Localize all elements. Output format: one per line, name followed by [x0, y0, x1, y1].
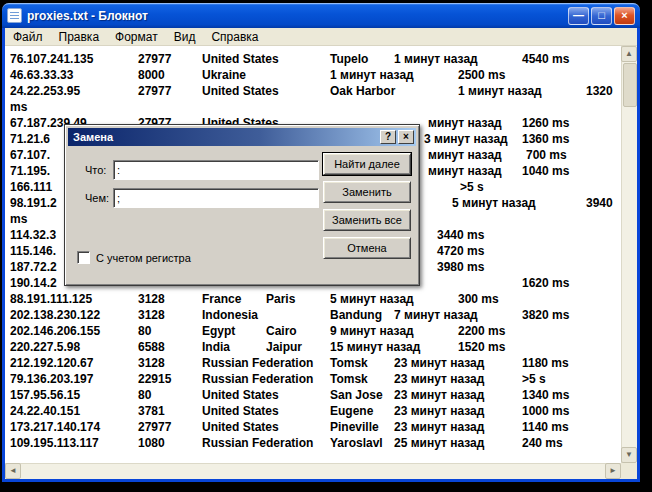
menu-view[interactable]: Вид — [166, 28, 204, 46]
text-segment: 1260 ms — [522, 116, 569, 130]
text-segment: 15 минут назад — [330, 340, 420, 354]
menu-file[interactable]: Файл — [5, 28, 51, 46]
text-segment: Russian Federation — [202, 356, 313, 370]
text-segment: Tomsk — [330, 372, 368, 386]
minimize-button[interactable]: — — [568, 7, 589, 25]
text-segment: 4720 ms — [437, 244, 484, 258]
text-segment: 240 ms — [522, 436, 563, 450]
text-segment: 80 — [138, 388, 151, 402]
text-segment: 27977 — [138, 52, 171, 66]
text-segment: 202.146.206.155 — [10, 324, 100, 338]
window-border-bottom[interactable] — [2, 479, 640, 482]
text-segment: минут назад — [428, 116, 502, 130]
text-segment: 1320 — [586, 84, 613, 98]
text-segment: 5 минут назад — [452, 196, 536, 210]
text-segment: United States — [202, 52, 279, 66]
help-icon[interactable]: ? — [380, 130, 396, 144]
cancel-button[interactable]: Отмена — [323, 237, 411, 259]
text-segment: Indonesia — [202, 308, 258, 322]
menu-format[interactable]: Формат — [107, 28, 166, 46]
text-segment: Yaroslavl — [330, 436, 383, 450]
find-next-button[interactable]: Найти далее — [323, 153, 411, 175]
text-segment: Tomsk — [330, 356, 368, 370]
maximize-button[interactable]: □ — [591, 7, 612, 25]
text-segment: 80 — [138, 324, 151, 338]
text-segment: 173.217.140.174 — [10, 420, 100, 434]
text-segment: Tupelo — [330, 52, 368, 66]
text-segment: 1360 ms — [522, 132, 569, 146]
text-segment: United States — [202, 404, 279, 418]
text-segment: 23 минут назад — [394, 388, 484, 402]
text-segment: 3440 ms — [437, 228, 484, 242]
text-segment: 98.191.2 — [10, 196, 57, 210]
text-segment: 1 минут назад — [458, 84, 542, 98]
text-segment: 202.138.230.122 — [10, 308, 100, 322]
text-segment: 1520 ms — [458, 340, 505, 354]
text-segment: >5 s — [460, 180, 484, 194]
text-segment: Cairo — [266, 324, 297, 338]
text-segment: Jaipur — [266, 340, 302, 354]
close-button[interactable]: × — [614, 7, 635, 25]
text-segment: France — [202, 292, 241, 306]
text-segment: 5 минут назад — [330, 292, 414, 306]
text-segment: Bandung — [330, 308, 382, 322]
text-segment: 67.107. — [10, 148, 50, 162]
text-segment: минут назад — [428, 164, 502, 178]
scroll-left-icon[interactable]: ◄ — [5, 463, 21, 479]
text-segment: 2500 ms — [458, 68, 505, 82]
replace-button[interactable]: Заменить — [323, 181, 411, 203]
text-segment: 3128 — [138, 292, 165, 306]
menu-help[interactable]: Справка — [203, 28, 266, 46]
window-controls: — □ × — [568, 7, 635, 25]
text-segment: 3128 — [138, 308, 165, 322]
window-title: proxies.txt - Блокнот — [27, 9, 568, 23]
dialog-close-icon[interactable]: × — [398, 130, 414, 144]
menu-edit[interactable]: Правка — [51, 28, 108, 46]
text-segment: 3 минут назад — [424, 132, 508, 146]
dialog-titlebar[interactable]: Замена ? × — [68, 128, 416, 146]
text-segment: 25 минут назад — [394, 436, 484, 450]
text-segment: 3128 — [138, 356, 165, 370]
text-segment: 190.14.2 — [10, 276, 57, 290]
window-border-right — [637, 28, 640, 479]
text-segment: 27977 — [138, 84, 171, 98]
text-segment: United States — [202, 420, 279, 434]
replace-all-button[interactable]: Заменить все — [323, 209, 411, 231]
text-segment: 1140 ms — [522, 420, 569, 434]
text-segment: 7 минут назад — [394, 308, 478, 322]
scroll-right-icon[interactable]: ► — [605, 463, 621, 479]
vertical-scroll-thumb[interactable] — [623, 63, 637, 107]
replace-dialog: Замена ? × Что: Чем: Найти далее Заменит… — [64, 124, 420, 286]
notepad-icon — [7, 8, 22, 23]
scroll-down-icon[interactable]: ▼ — [621, 447, 637, 463]
text-segment: Paris — [266, 292, 295, 306]
titlebar[interactable]: proxies.txt - Блокнот — □ × — [2, 3, 640, 28]
text-segment: 1620 ms — [522, 276, 569, 290]
vertical-scrollbar[interactable]: ▲ ▼ — [621, 46, 637, 463]
text-segment: 4540 ms — [522, 52, 569, 66]
text-segment: 3820 ms — [522, 308, 569, 322]
desktop: proxies.txt - Блокнот — □ × Файл Правка … — [0, 0, 652, 492]
text-segment: >5 s — [522, 372, 546, 386]
text-segment: 79.136.203.197 — [10, 372, 93, 386]
text-segment: United States — [202, 388, 279, 402]
text-segment: ms — [10, 212, 27, 226]
text-segment: Russian Federation — [202, 372, 313, 386]
text-segment: 76.107.241.135 — [10, 52, 93, 66]
scroll-up-icon[interactable]: ▲ — [621, 46, 637, 62]
text-segment: 88.191.111.125 — [10, 292, 92, 306]
text-segment: 1080 — [138, 436, 165, 450]
text-segment: 1000 ms — [522, 404, 569, 418]
text-segment: 1 минут назад — [330, 68, 414, 82]
text-segment: 23 минут назад — [394, 372, 484, 386]
replace-with-label: Чем: — [85, 192, 109, 204]
text-segment: 23 минут назад — [394, 420, 484, 434]
match-case-checkbox[interactable] — [77, 251, 90, 264]
find-what-input[interactable] — [113, 160, 319, 180]
text-segment: 24.22.253.95 — [10, 84, 80, 98]
text-segment: 71.21.6 — [10, 132, 50, 146]
text-segment: Eugene — [330, 404, 373, 418]
horizontal-scrollbar[interactable]: ◄ ► — [5, 463, 621, 479]
replace-with-input[interactable] — [113, 188, 319, 208]
text-segment: 71.195. — [10, 164, 50, 178]
